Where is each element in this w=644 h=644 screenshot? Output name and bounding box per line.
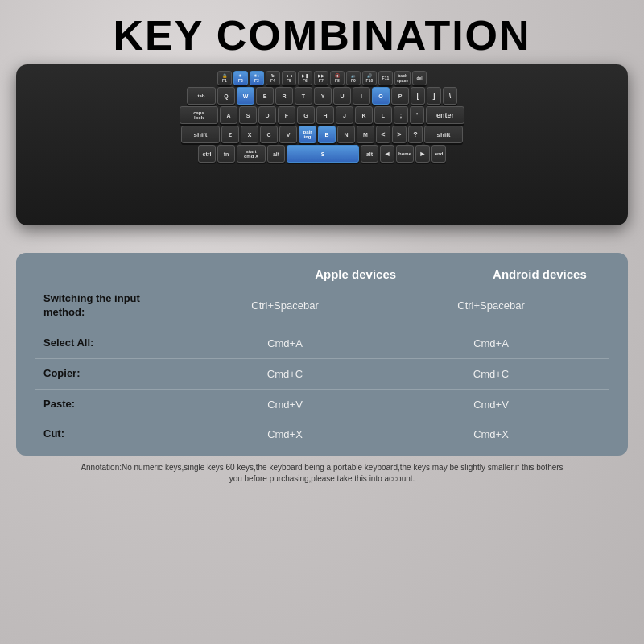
key-g[interactable]: G: [297, 106, 315, 124]
key-n[interactable]: N: [337, 126, 355, 143]
key-backspace[interactable]: backspace: [394, 71, 411, 85]
info-row-0: Switching the inputmethod: Ctrl+Spacebar…: [35, 289, 609, 323]
col-apple: Apple devices: [315, 267, 396, 281]
key-f4[interactable]: 🖱F4: [266, 71, 280, 85]
key-b[interactable]: B: [318, 126, 336, 143]
key-l[interactable]: L: [374, 106, 392, 124]
key-f6[interactable]: ▶❚F6: [298, 71, 312, 85]
key-f3[interactable]: ☀+F3: [250, 71, 264, 85]
info-label-2: Copier:: [35, 367, 196, 381]
key-f2[interactable]: ☀-F2: [233, 71, 248, 85]
key-rbracket[interactable]: ]: [427, 87, 441, 105]
key-j[interactable]: J: [336, 106, 353, 124]
key-f7[interactable]: ▶▶F7: [314, 71, 328, 85]
key-x[interactable]: X: [241, 126, 258, 143]
key-semicolon[interactable]: ;: [394, 106, 408, 124]
key-u[interactable]: U: [333, 87, 351, 105]
info-label-0: Switching the inputmethod:: [35, 292, 196, 320]
key-pairing[interactable]: pairing: [299, 126, 316, 143]
key-f9[interactable]: 🔉F9: [346, 71, 361, 85]
key-q[interactable]: Q: [217, 87, 235, 105]
key-alt-left[interactable]: alt: [267, 145, 285, 163]
key-shift-left[interactable]: shift: [181, 126, 220, 143]
key-e[interactable]: E: [256, 87, 274, 105]
key-f11[interactable]: F11: [378, 71, 393, 85]
key-m[interactable]: M: [357, 126, 374, 143]
key-p[interactable]: P: [391, 87, 409, 105]
info-row-4: Cut: Cmd+X Cmd+X: [35, 424, 609, 444]
key-backslash[interactable]: \: [443, 87, 457, 105]
key-lbracket[interactable]: [: [411, 87, 425, 105]
fn-row: 🔒F1 ☀-F2 ☀+F3 🖱F4 ◄◄F5 ▶❚F6 ▶▶F7 🔇F8 🔉F9…: [24, 71, 620, 85]
key-v[interactable]: V: [279, 126, 297, 143]
info-row-2: Copier: Cmd+C Cmd+C: [35, 364, 609, 384]
key-home[interactable]: home: [396, 145, 414, 163]
key-f10[interactable]: 🔊F10: [362, 71, 377, 85]
info-apple-3: Cmd+V: [196, 398, 374, 411]
key-z[interactable]: Z: [221, 126, 239, 143]
page-title: KEY COMBINATION: [113, 14, 530, 56]
key-f1[interactable]: 🔒F1: [217, 71, 232, 85]
info-android-2: Cmd+C: [374, 368, 609, 380]
key-s[interactable]: S: [239, 106, 257, 124]
keyboard-body: 🔒F1 ☀-F2 ☀+F3 🖱F4 ◄◄F5 ▶❚F6 ▶▶F7 🔇F8 🔉F9…: [16, 64, 628, 225]
col-android: Android devices: [493, 267, 587, 281]
key-h[interactable]: H: [316, 106, 334, 124]
key-ctrl[interactable]: ctrl: [198, 145, 216, 163]
keyboard-wrapper: 🔒F1 ☀-F2 ☀+F3 🖱F4 ◄◄F5 ▶❚F6 ▶▶F7 🔇F8 🔉F9…: [16, 64, 628, 242]
info-android-1: Cmd+A: [374, 337, 609, 349]
key-alt-right[interactable]: alt: [361, 145, 378, 163]
key-spacebar[interactable]: S: [287, 145, 359, 163]
key-quote[interactable]: ': [410, 106, 424, 124]
key-i[interactable]: I: [353, 87, 370, 105]
keyboard-section: Verrouillage Fn BrightnessPlus Roght Mou…: [16, 64, 628, 242]
info-table: Apple devices Android devices Switching …: [16, 253, 628, 456]
key-c[interactable]: C: [260, 126, 278, 143]
key-shift-right[interactable]: shift: [424, 126, 463, 143]
info-label-4: Cut:: [35, 427, 196, 441]
key-start[interactable]: startcmd X: [237, 145, 266, 163]
key-f[interactable]: F: [278, 106, 295, 124]
info-header: Apple devices Android devices: [35, 267, 609, 281]
info-rows: Switching the inputmethod: Ctrl+Spacebar…: [35, 289, 609, 444]
zxcv-row: shift Z X C V pairing B N M < > ? shift: [24, 126, 620, 143]
key-period[interactable]: >: [392, 126, 407, 143]
qwerty-row: tab Q W E R T Y U I O P [ ] \: [24, 87, 620, 105]
key-k[interactable]: K: [355, 106, 373, 124]
key-d[interactable]: D: [258, 106, 276, 124]
key-t[interactable]: T: [295, 87, 312, 105]
page-container: KEY COMBINATION Verr: [0, 0, 644, 644]
key-f5[interactable]: ◄◄F5: [282, 71, 296, 85]
key-f8[interactable]: 🔇F8: [330, 71, 345, 85]
info-row-1: Select All: Cmd+A Cmd+A: [35, 333, 609, 353]
key-a[interactable]: A: [220, 106, 237, 124]
key-tab[interactable]: tab: [187, 87, 216, 105]
info-apple-0: Ctrl+Spacebar: [196, 299, 374, 312]
key-enter[interactable]: enter: [426, 106, 464, 124]
key-r[interactable]: R: [275, 87, 293, 105]
info-label-3: Paste:: [35, 398, 196, 411]
bottom-row: ctrl fn startcmd X alt S alt ◄ home ► en…: [24, 145, 620, 163]
key-right[interactable]: ►: [415, 145, 430, 163]
annotation-text: Annotation:No numeric keys,single keys 6…: [80, 463, 563, 483]
info-label-1: Select All:: [35, 336, 196, 350]
key-y[interactable]: Y: [314, 87, 332, 105]
info-apple-2: Cmd+C: [196, 368, 374, 380]
key-slash[interactable]: ?: [408, 126, 423, 143]
key-w[interactable]: W: [237, 87, 254, 105]
key-o[interactable]: O: [372, 87, 390, 105]
key-left[interactable]: ◄: [380, 145, 394, 163]
info-row-3: Paste: Cmd+V Cmd+V: [35, 394, 609, 415]
info-apple-1: Cmd+A: [196, 337, 374, 349]
key-comma[interactable]: <: [376, 126, 390, 143]
info-apple-4: Cmd+X: [196, 428, 374, 440]
annotation: Annotation:No numeric keys,single keys 6…: [64, 462, 579, 485]
key-del[interactable]: del: [412, 71, 427, 85]
asdf-row: capslock A S D F G H J K L ; ' enter: [24, 106, 620, 124]
key-end[interactable]: end: [431, 145, 446, 163]
info-android-0: Ctrl+Spacebar: [374, 299, 609, 312]
key-capslock[interactable]: capslock: [180, 106, 218, 124]
info-android-4: Cmd+X: [374, 428, 609, 440]
info-android-3: Cmd+V: [374, 398, 609, 411]
key-fn[interactable]: fn: [217, 145, 235, 163]
